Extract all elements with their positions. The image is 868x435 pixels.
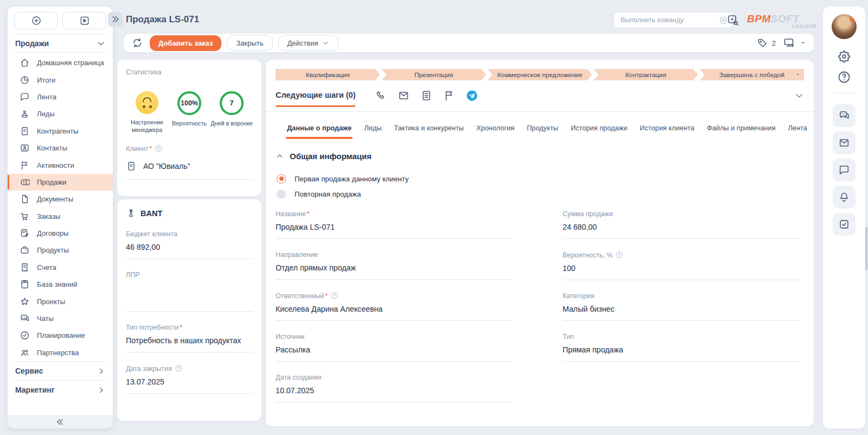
view-settings-caret[interactable]: [800, 40, 806, 46]
field-value[interactable]: Прямая продажа: [563, 345, 800, 362]
field-label: Название: [276, 210, 306, 218]
sidebar-section-marketing[interactable]: Маркетинг: [8, 381, 113, 399]
sidebar-item-contacts[interactable]: Контакты: [8, 140, 113, 156]
field-value[interactable]: Потребность в наших продуктах: [126, 336, 253, 352]
task-button[interactable]: [420, 90, 432, 102]
field-label: Ответственный: [276, 292, 324, 300]
view-settings-button[interactable]: [783, 36, 796, 49]
star-icon: [20, 297, 30, 307]
rail-buttons: [833, 100, 856, 236]
help-icon[interactable]: [330, 292, 339, 300]
actions-button[interactable]: Действия: [278, 35, 339, 51]
tab-timeline[interactable]: Хронология: [475, 119, 515, 139]
field-value[interactable]: 10.07.2025: [276, 386, 513, 402]
mail-button[interactable]: [833, 131, 856, 154]
actions-label: Действия: [288, 39, 318, 47]
comments-button[interactable]: [833, 159, 856, 181]
help-icon[interactable]: [175, 364, 183, 373]
help-button[interactable]: [837, 70, 851, 84]
tab-sale-history[interactable]: История продажи: [570, 119, 628, 139]
sidebar-item-planning[interactable]: Планирование: [8, 327, 113, 344]
chats-button[interactable]: [833, 104, 856, 127]
client-link[interactable]: АО "Ювиаль": [143, 162, 190, 171]
stage-closed-won[interactable]: Завершена с победой: [700, 69, 804, 80]
sidebar-item-home[interactable]: Домашняя страница: [8, 54, 113, 71]
sidebar-item-contracts[interactable]: Договоры: [8, 225, 113, 242]
sidebar-item-products[interactable]: Продукты: [8, 242, 113, 259]
sidebar-item-label: Контакты: [37, 144, 67, 152]
section-collapse-button[interactable]: [276, 152, 284, 160]
scrollbar-thumb[interactable]: [865, 227, 867, 270]
radio-button[interactable]: [277, 190, 286, 199]
field-value[interactable]: 13.07.2025: [126, 377, 253, 394]
settings-button[interactable]: [837, 49, 851, 64]
field-value[interactable]: 100: [563, 264, 800, 280]
form-left-column: Название*Продажа LS-071НаправлениеОтдел …: [276, 210, 513, 414]
sidebar-item-documents[interactable]: Документы: [8, 191, 113, 207]
sidebar-collapse-button[interactable]: [8, 415, 113, 428]
tasks-button[interactable]: [833, 213, 856, 236]
radio-first-sale[interactable]: Первая продажа данному клиенту: [277, 171, 804, 186]
notifications-button[interactable]: [833, 186, 856, 209]
tab-products[interactable]: Продукты: [526, 119, 559, 139]
user-avatar[interactable]: [832, 14, 857, 39]
sidebar-item-feed[interactable]: Лента: [8, 89, 113, 105]
activity-button[interactable]: [443, 90, 455, 102]
sidebar-item-activities[interactable]: Активности: [8, 156, 113, 173]
command-input[interactable]: [620, 16, 719, 24]
sidebar-item-leads[interactable]: Лиды: [8, 105, 113, 122]
panel-expand-button[interactable]: [108, 12, 123, 27]
tags-button[interactable]: [757, 37, 768, 49]
sidebar-item-projects[interactable]: Проекты: [8, 293, 113, 310]
workspace-selector[interactable]: Продажи: [8, 35, 113, 52]
stage-presentation[interactable]: Презентация: [381, 69, 486, 80]
field-value[interactable]: Киселева Дарина Алексеевна: [276, 305, 513, 321]
call-button[interactable]: [375, 90, 387, 102]
add-record-button[interactable]: [14, 12, 58, 29]
email-button[interactable]: [398, 90, 410, 102]
steps-collapse-button[interactable]: [794, 91, 804, 100]
field-value[interactable]: Малый бизнес: [563, 305, 800, 321]
sidebar-item-orders[interactable]: Заказы: [8, 208, 113, 225]
field-value[interactable]: Рассылка: [276, 345, 513, 362]
tab-tactics[interactable]: Тактика и конкуренты: [393, 119, 465, 139]
mood-emoji-icon[interactable]: [136, 91, 158, 114]
radio-button[interactable]: [277, 174, 286, 184]
stage-commercial-offer[interactable]: Коммерческое предложение: [488, 69, 592, 80]
chevron-right-icon: [97, 367, 105, 375]
field-value[interactable]: Продажа LS-071: [276, 223, 513, 239]
field-value[interactable]: 46 892,00: [126, 243, 253, 259]
field-value[interactable]: Отдел прямых продаж: [276, 263, 513, 280]
tab-client-history[interactable]: История клиента: [639, 119, 695, 139]
sidebar-nav: Домашняя страницаИтогиЛентаЛидыКонтраген…: [8, 53, 113, 361]
close-button[interactable]: Закрыть: [227, 35, 272, 51]
refresh-button[interactable]: [131, 37, 143, 49]
help-icon[interactable]: [615, 251, 623, 259]
sidebar-item-dashboards[interactable]: Итоги: [8, 71, 113, 88]
sidebar-item-label: Проекты: [37, 298, 65, 306]
tab-feed[interactable]: Лента: [787, 119, 808, 139]
field-value[interactable]: [126, 283, 253, 312]
caret-down-icon: [795, 72, 800, 77]
client-link-row[interactable]: АО "Ювиаль": [126, 161, 253, 180]
tab-leads[interactable]: Лиды: [363, 119, 382, 139]
add-order-button[interactable]: Добавить заказ: [150, 35, 221, 51]
sidebar-item-knowledge-base[interactable]: База знаний: [8, 276, 113, 293]
help-icon[interactable]: [155, 144, 163, 153]
sidebar-section-service[interactable]: Сервис: [8, 362, 113, 380]
sidebar-item-partners[interactable]: Партнерства: [8, 344, 113, 361]
sidebar-item-accounts[interactable]: Контрагенты: [8, 123, 113, 140]
stage-contracting[interactable]: Контрактация: [593, 69, 698, 80]
telegram-button[interactable]: [466, 90, 478, 102]
sidebar-item-sales[interactable]: Продажи: [8, 174, 113, 191]
radio-repeat-sale[interactable]: Повторная продажа: [277, 186, 804, 201]
tab-files[interactable]: Файлы и примечания: [706, 119, 777, 139]
stage-qualification[interactable]: Квалификация: [276, 69, 380, 80]
sidebar-item-invoices[interactable]: Счета: [8, 259, 113, 276]
process-search-button[interactable]: [726, 14, 739, 27]
leads-icon: [20, 109, 30, 119]
sidebar-item-chats[interactable]: Чаты: [8, 310, 113, 327]
run-process-button[interactable]: [62, 12, 106, 29]
field-value[interactable]: 24 680,00: [563, 223, 800, 239]
tab-sale-data[interactable]: Данные о продаже: [286, 119, 353, 139]
